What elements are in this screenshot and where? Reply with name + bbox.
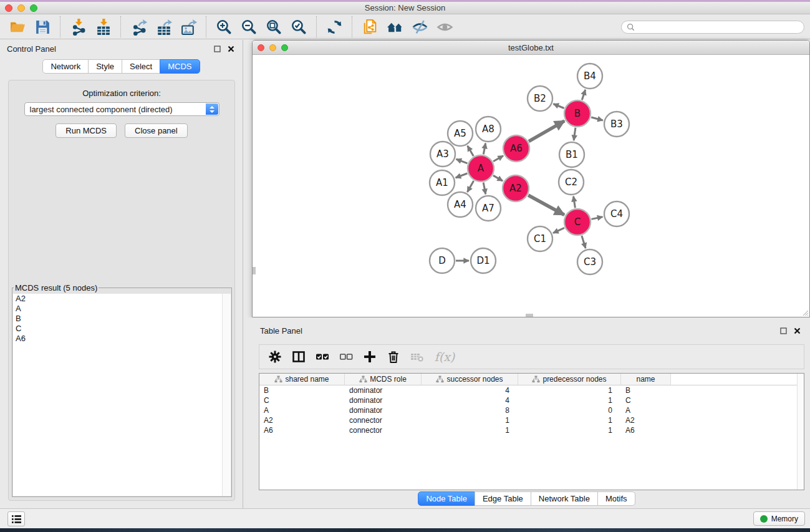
table-row[interactable]: Adominator80A: [259, 405, 804, 415]
import-table-button[interactable]: [92, 17, 113, 36]
column-header-name[interactable]: name: [621, 374, 671, 385]
deselect-all-button[interactable]: [336, 347, 355, 367]
tab-mcds[interactable]: MCDS: [160, 59, 200, 74]
export-table-button[interactable]: [153, 17, 174, 36]
network-graph[interactable]: B4 B2 B B3 A5 A8 A6 A3 B1 A A1 C2 A2: [253, 56, 809, 317]
cell-shared-name[interactable]: B: [259, 385, 345, 395]
edge-B-B1[interactable]: [574, 128, 576, 140]
network-window-titlebar[interactable]: testGlobe.txt: [253, 41, 809, 55]
cell-predecessor-nodes[interactable]: 1: [518, 425, 621, 435]
mcds-list-scrollbar[interactable]: [222, 294, 231, 496]
table-float-panel-button[interactable]: [778, 326, 788, 336]
node-C1[interactable]: C1: [528, 226, 552, 251]
node-A[interactable]: A: [468, 155, 494, 181]
tab-style[interactable]: Style: [88, 59, 122, 74]
tab-select[interactable]: Select: [122, 59, 160, 74]
hide-selected-button[interactable]: [409, 17, 430, 36]
mcds-result-item[interactable]: C: [13, 324, 231, 334]
cell-name[interactable]: A2: [621, 415, 671, 425]
node-D[interactable]: D: [430, 248, 455, 273]
column-header-shared-name[interactable]: shared name: [259, 374, 345, 385]
cell-predecessor-nodes[interactable]: 1: [518, 385, 621, 395]
search-field[interactable]: [621, 21, 804, 34]
node-B[interactable]: B: [564, 100, 591, 127]
cell-shared-name[interactable]: A2: [259, 415, 345, 425]
refresh-button[interactable]: [324, 17, 345, 36]
search-input[interactable]: [638, 23, 799, 32]
tab-motifs[interactable]: Motifs: [597, 491, 635, 506]
cell-MCDS-role[interactable]: connector: [345, 415, 422, 425]
memory-button[interactable]: Memory: [753, 511, 805, 526]
cell-MCDS-role[interactable]: connector: [345, 425, 422, 435]
mcds-result-item[interactable]: A2: [13, 294, 231, 304]
zoom-out-button[interactable]: [238, 17, 259, 36]
edge-C-C1[interactable]: [553, 228, 564, 233]
network-canvas[interactable]: B4 B2 B B3 A5 A8 A6 A3 B1 A A1 C2 A2: [253, 56, 809, 317]
node-C[interactable]: C: [564, 209, 591, 235]
cell-MCDS-role[interactable]: dominator: [345, 395, 422, 405]
cell-name[interactable]: C: [621, 395, 671, 405]
cell-MCDS-role[interactable]: dominator: [345, 385, 422, 395]
cell-successor-nodes[interactable]: 8: [422, 405, 518, 415]
node-C4[interactable]: C4: [604, 201, 629, 226]
cell-shared-name[interactable]: A: [259, 405, 345, 415]
table-scrollbar[interactable]: [797, 374, 804, 490]
edge-A2-C[interactable]: [528, 195, 564, 215]
node-A2[interactable]: A2: [503, 175, 529, 201]
cell-shared-name[interactable]: C: [259, 395, 345, 405]
edge-A-A8[interactable]: [483, 143, 485, 155]
network-vscroll-thumb[interactable]: [253, 267, 256, 274]
node-A6[interactable]: A6: [503, 135, 529, 162]
edge-C-C3[interactable]: [582, 236, 586, 248]
edge-A-A5[interactable]: [468, 146, 474, 156]
column-header-successor-nodes[interactable]: successor nodes: [422, 374, 518, 385]
run-mcds-button[interactable]: Run MCDS: [55, 123, 117, 138]
close-panel-button[interactable]: [226, 44, 236, 54]
edge-A-A2[interactable]: [493, 175, 503, 181]
delete-column-button[interactable]: [383, 347, 403, 367]
mcds-result-item[interactable]: A: [13, 304, 231, 314]
close-panel-action-button[interactable]: Close panel: [125, 123, 188, 138]
table-row[interactable]: Cdominator41C: [259, 395, 804, 405]
node-B4[interactable]: B4: [577, 64, 602, 89]
resize-grip-icon[interactable]: [801, 309, 809, 316]
edge-A6-B[interactable]: [529, 121, 564, 142]
export-network-button[interactable]: [128, 17, 149, 36]
edge-A-A3[interactable]: [456, 159, 468, 163]
settings-gear-button[interactable]: [265, 347, 284, 367]
edge-B-B3[interactable]: [591, 117, 603, 120]
import-network-button[interactable]: [67, 17, 89, 36]
first-neighbors-button[interactable]: [384, 17, 405, 36]
node-D1[interactable]: D1: [471, 248, 496, 273]
select-all-button[interactable]: [312, 347, 332, 367]
task-history-button[interactable]: [7, 511, 25, 526]
edge-A-A1[interactable]: [456, 173, 468, 178]
cell-name[interactable]: B: [621, 385, 671, 395]
node-A1[interactable]: A1: [430, 170, 455, 195]
table-row[interactable]: A2connector11A2: [259, 415, 804, 425]
zoom-selected-button[interactable]: [288, 17, 309, 36]
edge-B-B4[interactable]: [582, 90, 585, 100]
cell-shared-name[interactable]: A6: [259, 425, 345, 435]
edge-A-A4[interactable]: [467, 181, 473, 192]
zoom-fit-button[interactable]: [263, 17, 284, 36]
edge-C-C2[interactable]: [574, 196, 576, 208]
split-panel-button[interactable]: [289, 347, 308, 367]
tab-node-table[interactable]: Node Table: [418, 491, 475, 506]
node-A7[interactable]: A7: [476, 196, 501, 221]
save-session-button[interactable]: [32, 17, 53, 36]
cell-successor-nodes[interactable]: 4: [422, 385, 518, 395]
cell-successor-nodes[interactable]: 1: [422, 415, 518, 425]
show-all-button[interactable]: [434, 17, 455, 36]
export-image-button[interactable]: [178, 17, 199, 36]
node-A5[interactable]: A5: [448, 121, 473, 146]
criterion-select[interactable]: largest connected component (directed): [24, 102, 219, 116]
node-B2[interactable]: B2: [528, 86, 552, 111]
open-file-button[interactable]: [7, 17, 28, 36]
tab-network-table[interactable]: Network Table: [531, 491, 598, 506]
table-row[interactable]: A6connector11A6: [259, 425, 804, 435]
cell-successor-nodes[interactable]: 4: [422, 395, 518, 405]
cell-name[interactable]: A: [621, 405, 671, 415]
node-C2[interactable]: C2: [559, 170, 584, 195]
edge-B-B2[interactable]: [553, 104, 564, 109]
